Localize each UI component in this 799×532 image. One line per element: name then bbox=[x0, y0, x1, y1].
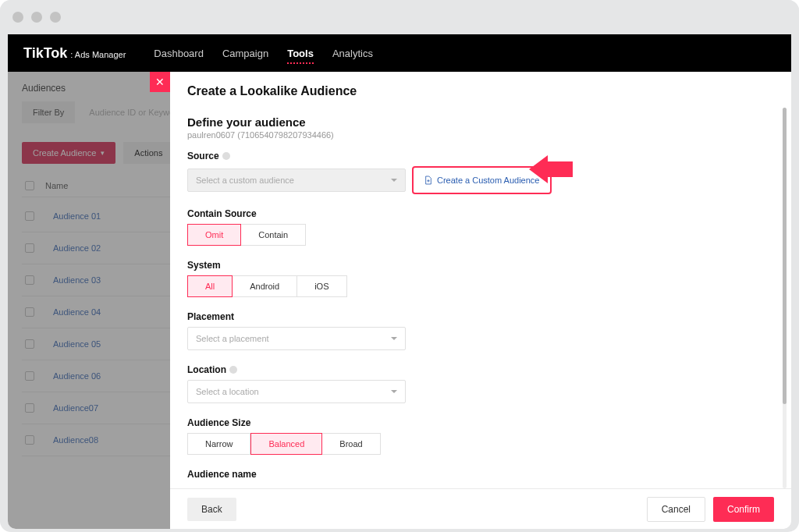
system-group: All Android iOS bbox=[187, 275, 774, 297]
browser-frame: TikTok : Ads Manager Dashboard Campaign … bbox=[0, 0, 799, 532]
brand-name: TikTok bbox=[23, 45, 67, 62]
modal-body: Define your audience paulren0607 (710654… bbox=[170, 108, 791, 488]
system-android-button[interactable]: Android bbox=[233, 275, 297, 297]
location-select[interactable]: Select a location bbox=[187, 380, 406, 403]
source-placeholder: Select a custom audience bbox=[196, 176, 294, 185]
source-select[interactable]: Select a custom audience bbox=[187, 168, 406, 192]
chevron-down-icon bbox=[391, 337, 397, 340]
placement-placeholder: Select a placement bbox=[196, 334, 269, 343]
close-icon: ✕ bbox=[155, 76, 165, 88]
contain-source-group: Omit Contain bbox=[187, 224, 774, 246]
lookalike-modal: ✕ Create a Lookalike Audience Define you… bbox=[170, 72, 791, 529]
footer-right: Cancel Confirm bbox=[647, 497, 774, 522]
traffic-maximize[interactable] bbox=[50, 12, 61, 23]
system-all-button[interactable]: All bbox=[187, 275, 233, 297]
contain-contain-button[interactable]: Contain bbox=[241, 224, 306, 246]
audience-size-group: Narrow Balanced Broad bbox=[187, 433, 774, 455]
nav-dashboard[interactable]: Dashboard bbox=[154, 37, 204, 70]
modal-footer: Back Cancel Confirm bbox=[170, 488, 791, 529]
top-nav: TikTok : Ads Manager Dashboard Campaign … bbox=[8, 34, 791, 72]
scrollbar-thumb[interactable] bbox=[783, 108, 787, 404]
nav-analytics[interactable]: Analytics bbox=[332, 37, 373, 70]
traffic-minimize[interactable] bbox=[31, 12, 42, 23]
placement-label: Placement bbox=[187, 311, 774, 322]
create-custom-label: Create a Custom Audience bbox=[437, 176, 539, 185]
info-icon bbox=[229, 366, 237, 374]
browser-titlebar bbox=[0, 0, 799, 34]
source-row: Select a custom audience Create a Custom… bbox=[187, 166, 774, 194]
system-label: System bbox=[187, 260, 774, 271]
chevron-down-icon bbox=[391, 390, 397, 393]
audience-name-label: Audience name bbox=[187, 469, 774, 480]
traffic-close[interactable] bbox=[12, 12, 23, 23]
nav-tools[interactable]: Tools bbox=[287, 37, 314, 70]
audience-size-label: Audience Size bbox=[187, 417, 774, 428]
section-heading: Define your audience bbox=[187, 115, 774, 129]
nav-items: Dashboard Campaign Tools Analytics bbox=[154, 37, 373, 70]
modal-title: Create a Lookalike Audience bbox=[170, 72, 791, 108]
info-icon bbox=[222, 152, 230, 160]
location-label: Location bbox=[187, 364, 774, 375]
system-ios-button[interactable]: iOS bbox=[297, 275, 346, 297]
nav-campaign[interactable]: Campaign bbox=[222, 37, 268, 70]
contain-omit-button[interactable]: Omit bbox=[187, 224, 241, 246]
back-button[interactable]: Back bbox=[187, 498, 236, 521]
account-subtext: paulren0607 (7106540798207934466) bbox=[187, 130, 774, 140]
app-viewport: TikTok : Ads Manager Dashboard Campaign … bbox=[8, 34, 791, 529]
close-button[interactable]: ✕ bbox=[150, 72, 170, 92]
size-narrow-button[interactable]: Narrow bbox=[187, 433, 250, 455]
placement-select[interactable]: Select a placement bbox=[187, 327, 406, 350]
brand-logo: TikTok : Ads Manager bbox=[23, 45, 126, 62]
size-broad-button[interactable]: Broad bbox=[322, 433, 380, 455]
source-label: Source bbox=[187, 151, 774, 161]
brand-suffix: : Ads Manager bbox=[70, 50, 126, 59]
cancel-button[interactable]: Cancel bbox=[647, 497, 705, 522]
size-balanced-button[interactable]: Balanced bbox=[250, 433, 322, 455]
callout-arrow-icon bbox=[529, 155, 573, 183]
document-plus-icon bbox=[424, 176, 432, 185]
confirm-button[interactable]: Confirm bbox=[713, 497, 774, 522]
location-placeholder: Select a location bbox=[196, 387, 259, 396]
chevron-down-icon bbox=[391, 179, 397, 182]
contain-source-label: Contain Source bbox=[187, 208, 774, 219]
